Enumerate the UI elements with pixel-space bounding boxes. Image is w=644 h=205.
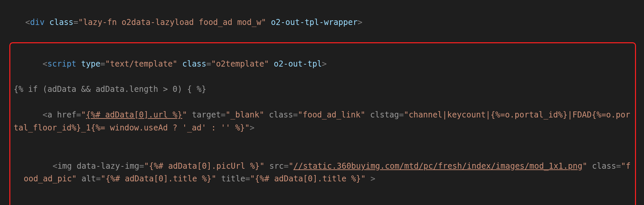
tok: > — [358, 18, 362, 27]
tok: //static.360buyimg.com/mtd/pc/fresh/inde… — [293, 161, 582, 171]
tok: = — [96, 174, 101, 183]
tok: src — [269, 161, 284, 171]
tok: " — [182, 110, 187, 119]
tok: " — [245, 123, 250, 132]
tok: < — [43, 59, 47, 69]
tok: " — [81, 110, 86, 119]
code-line-3: {% if (adData && adData.length > 0) { %} — [14, 83, 632, 96]
tok: " — [289, 161, 293, 171]
tok: class — [269, 110, 293, 119]
tok: {%# — [106, 174, 125, 183]
tok: = — [293, 110, 298, 119]
tok: title — [221, 174, 245, 183]
tok: "{%# adData[0].picUrl %}" — [144, 161, 264, 171]
tok: img — [57, 161, 72, 171]
tok — [52, 110, 57, 119]
tok: div — [30, 18, 44, 27]
tok — [187, 110, 192, 119]
tok: channel|keycount| — [409, 110, 491, 119]
tok: o2-out-tpl-wrapper — [271, 18, 358, 27]
code-line-2: <script type="text/template" class="o2te… — [14, 45, 632, 83]
tok — [365, 110, 370, 119]
tok: alt — [81, 174, 96, 183]
tok: = — [616, 161, 621, 171]
tok — [76, 59, 81, 69]
tok: "lazy-fn o2data-lazyload food_ad mod_w" — [78, 18, 266, 27]
tok: = — [76, 110, 81, 119]
tok: = — [206, 59, 211, 69]
tok — [177, 59, 182, 69]
tok — [269, 59, 274, 69]
tok: = — [139, 161, 144, 171]
code-line-4: <a href="{%# adData[0].url %}" target="_… — [14, 96, 632, 147]
tok: = — [73, 18, 78, 27]
tok: " — [582, 161, 587, 171]
tok — [264, 110, 269, 119]
tok: " — [212, 174, 216, 183]
tok: " — [404, 110, 408, 119]
tok: = — [284, 161, 288, 171]
tok: < — [43, 110, 47, 119]
code-line-5: <img data-lazy-img="{%# adData[0].picUrl… — [14, 147, 632, 198]
tok: {%# adData[0].url %} — [86, 110, 182, 119]
tok — [77, 174, 81, 183]
tok: < — [25, 18, 30, 27]
tok: = — [221, 110, 225, 119]
code-line-6: </a> — [14, 198, 632, 205]
tok — [45, 18, 49, 27]
tok — [216, 174, 221, 183]
tok: "o2template" — [211, 59, 269, 69]
tok: > — [322, 59, 327, 69]
code-line-1: <div class="lazy-fn o2data-lazyload food… — [6, 3, 638, 42]
tok: class — [49, 18, 73, 27]
code-block: <div class="lazy-fn o2data-lazyload food… — [0, 0, 644, 205]
tok: href — [57, 110, 76, 119]
tok: = — [100, 59, 105, 69]
tok: class — [182, 59, 206, 69]
tok: class — [592, 161, 616, 171]
tok — [266, 18, 271, 27]
tok: " — [101, 174, 105, 183]
tok — [366, 174, 370, 183]
tok: data-lazy-img — [77, 161, 139, 171]
tok: > — [370, 174, 375, 183]
tok: "text/template" — [105, 59, 178, 69]
tok — [587, 161, 592, 171]
tok: script — [47, 59, 76, 69]
tok: "_blank" — [226, 110, 264, 119]
tok: clstag — [370, 110, 399, 119]
tok — [265, 161, 269, 171]
tok: type — [81, 59, 100, 69]
tok: "food_ad_link" — [298, 110, 365, 119]
tok: target — [192, 110, 221, 119]
tok: o2-out-tpl — [274, 59, 322, 69]
tok: = — [245, 174, 250, 183]
tok: adData[0].title %} — [125, 174, 211, 183]
tok: a — [47, 110, 52, 119]
tok: > — [250, 123, 254, 132]
tok: = — [399, 110, 404, 119]
tok: "{%# adData[0].title %}" — [250, 174, 366, 183]
tok — [72, 161, 77, 171]
tok: < — [53, 161, 57, 171]
highlight-box: <script type="text/template" class="o2te… — [9, 42, 636, 205]
